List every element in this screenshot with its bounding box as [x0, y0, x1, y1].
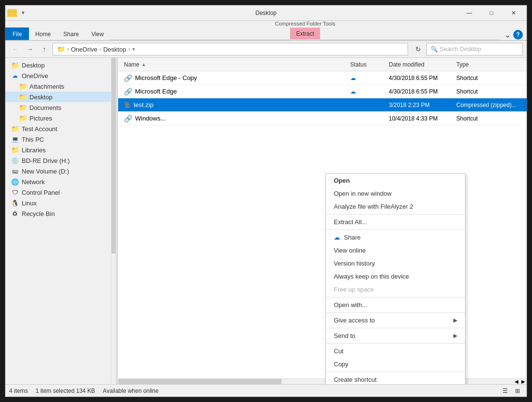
close-button[interactable]: ✕	[503, 5, 525, 21]
scroll-right-arrow[interactable]: ▶	[520, 379, 527, 384]
column-type-label: Type	[456, 61, 469, 68]
status-items-count: 4 items	[9, 388, 28, 394]
search-box[interactable]: 🔍 Search Desktop	[426, 43, 523, 55]
file-date: 4/30/2018 6:55 PM	[389, 75, 437, 81]
ctx-send-to[interactable]: Send to ▶	[326, 329, 465, 342]
pc-icon: 💻	[11, 135, 19, 143]
search-placeholder: Search Desktop	[440, 46, 481, 53]
sidebar-label-desktop-root: Desktop	[22, 62, 45, 69]
column-header-date[interactable]: Date modified	[385, 58, 452, 71]
tile-view-button[interactable]: ⊞	[512, 386, 523, 396]
ctx-extract-all[interactable]: Extract All...	[326, 215, 465, 228]
folder-icon: 📁	[11, 146, 19, 154]
control-panel-icon: 🛡	[11, 188, 19, 196]
tab-view[interactable]: View	[85, 27, 110, 40]
breadcrumb-dropdown[interactable]: ▾	[132, 46, 135, 53]
address-box[interactable]: 📁 › OneDrive › Desktop › ▾	[53, 43, 408, 55]
file-list-header: Name ▲ Status Date modified Type	[118, 58, 527, 71]
sidebar-item-libraries[interactable]: 📁 Libraries	[5, 145, 116, 155]
file-type: Shortcut	[456, 88, 478, 95]
sidebar-label-thispc: This PC	[22, 136, 44, 143]
sidebar-scrollbar-thumb[interactable]	[111, 58, 116, 254]
ribbon-collapse-button[interactable]: ⌄	[504, 29, 511, 40]
table-row[interactable]: 🔗 Microsoft Edge - Copy ☁ 4/30/2018 6:55…	[118, 71, 527, 85]
sidebar-item-network[interactable]: 🌐 Network	[5, 176, 116, 187]
sidebar-item-onedrive[interactable]: ☁ OneDrive	[5, 70, 116, 81]
sidebar-item-bdre[interactable]: 💿 BD-RE Drive (H:)	[5, 155, 116, 166]
column-header-type[interactable]: Type	[452, 58, 525, 71]
file-shortcut-icon: 🔗	[124, 88, 132, 95]
title-bar-menu-icon[interactable]: ▾	[20, 9, 27, 17]
sidebar-label-testaccount: Test Account	[22, 125, 57, 133]
tab-file[interactable]: File	[5, 27, 29, 40]
ctx-separator-4	[326, 312, 465, 313]
ctx-cut[interactable]: Cut	[326, 345, 465, 358]
tab-group-label: Compressed Folder Tools	[275, 21, 335, 27]
up-button[interactable]: ↑	[38, 43, 51, 55]
sidebar-label-network: Network	[22, 178, 45, 186]
ctx-share[interactable]: ☁ Share	[326, 231, 465, 244]
file-shortcut-icon: 🔗	[124, 74, 132, 82]
table-row[interactable]: 🗜 test.zip 3/2018 2:23 PM Compressed (zi…	[118, 98, 527, 112]
table-row[interactable]: 🔗 Microsoft Edge ☁ 4/30/2018 6:55 PM Sho…	[118, 85, 527, 98]
ctx-separator-1	[326, 214, 465, 214]
ctx-give-access[interactable]: Give access to ▶	[326, 314, 465, 327]
ctx-analyze[interactable]: Analyze file with FileAlyzer 2	[326, 200, 465, 213]
ctx-copy[interactable]: Copy	[326, 358, 465, 371]
tab-home[interactable]: Home	[29, 27, 57, 40]
column-status-label: Status	[350, 61, 367, 68]
sidebar-item-pictures[interactable]: 📁 Pictures	[5, 113, 116, 123]
ctx-open-with[interactable]: Open with...	[326, 298, 465, 311]
scroll-left-arrow[interactable]: ◀	[513, 379, 520, 384]
ctx-always-keep[interactable]: Always keep on this device	[326, 270, 465, 283]
file-zip-icon: 🗜	[124, 101, 131, 109]
sidebar-item-thispc[interactable]: 💻 This PC	[5, 134, 116, 145]
ctx-view-online[interactable]: View online	[326, 244, 465, 257]
ctx-create-shortcut[interactable]: Create shortcut	[326, 373, 465, 384]
breadcrumb-onedrive[interactable]: OneDrive	[71, 46, 97, 53]
sidebar-item-desktop-root[interactable]: 📁 Desktop	[5, 60, 116, 70]
file-date: 10/4/2018 4:33 PM	[389, 115, 437, 122]
ctx-open[interactable]: Open	[326, 174, 465, 187]
search-icon: 🔍	[431, 46, 438, 53]
submenu-arrow-icon: ▶	[453, 317, 457, 323]
sidebar-item-newvolume[interactable]: 🖴 New Volume (D:)	[5, 166, 116, 176]
maximize-button[interactable]: □	[480, 5, 503, 21]
ctx-open-new-window[interactable]: Open in new window	[326, 187, 465, 200]
table-row[interactable]: 🔗 Windows... 10/4/2018 4:33 PM Shortcut	[118, 112, 527, 125]
back-button[interactable]: ←	[9, 43, 22, 55]
explorer-window: ▾ Desktop — □ ✕ File Home Share View Com…	[5, 5, 527, 397]
column-header-name[interactable]: Name ▲	[120, 58, 346, 71]
breadcrumb-desktop[interactable]: Desktop	[103, 46, 126, 53]
file-name-cell: 🔗 Windows...	[120, 115, 346, 122]
address-bar: ← → ↑ 📁 › OneDrive › Desktop › ▾ ↻ 🔍 Sea…	[5, 41, 527, 58]
window-controls: — □ ✕	[458, 5, 525, 21]
sidebar-item-linux[interactable]: 🐧 Linux	[5, 198, 116, 208]
sidebar-scrollbar[interactable]	[111, 58, 116, 384]
sidebar-item-documents[interactable]: 📁 Documents	[5, 102, 116, 113]
list-view-button[interactable]: ☰	[500, 386, 510, 396]
cloud-icon: ☁	[334, 234, 340, 241]
title-bar-left: ▾	[7, 9, 27, 17]
horizontal-scrollbar-thumb[interactable]	[118, 379, 282, 384]
folder-icon: 📁	[19, 114, 27, 122]
help-button[interactable]: ?	[513, 30, 523, 40]
sidebar-label-bdre: BD-RE Drive (H:)	[22, 157, 70, 164]
ctx-version-history[interactable]: Version history	[326, 257, 465, 270]
forward-button[interactable]: →	[24, 43, 36, 55]
sidebar-item-testaccount[interactable]: 📁 Test Account	[5, 123, 116, 134]
ctx-separator-7	[326, 372, 465, 372]
file-date-cell: 4/30/2018 6:55 PM	[385, 75, 452, 81]
sidebar-label-controlpanel: Control Panel	[22, 189, 60, 196]
sidebar-item-desktop[interactable]: 📁 Desktop	[5, 92, 116, 102]
file-name: test.zip	[134, 101, 153, 108]
minimize-button[interactable]: —	[458, 5, 480, 21]
sidebar-item-controlpanel[interactable]: 🛡 Control Panel	[5, 187, 116, 198]
tab-share[interactable]: Share	[57, 27, 85, 40]
sidebar-item-attachments[interactable]: 📁 Attachments	[5, 81, 116, 92]
refresh-button[interactable]: ↻	[412, 43, 424, 55]
column-header-status[interactable]: Status	[346, 58, 385, 71]
breadcrumb: 📁 › OneDrive › Desktop › ▾	[57, 45, 404, 53]
tab-extract[interactable]: Extract	[290, 27, 320, 40]
sidebar-item-recyclebin[interactable]: ♻ Recycle Bin	[5, 208, 116, 219]
